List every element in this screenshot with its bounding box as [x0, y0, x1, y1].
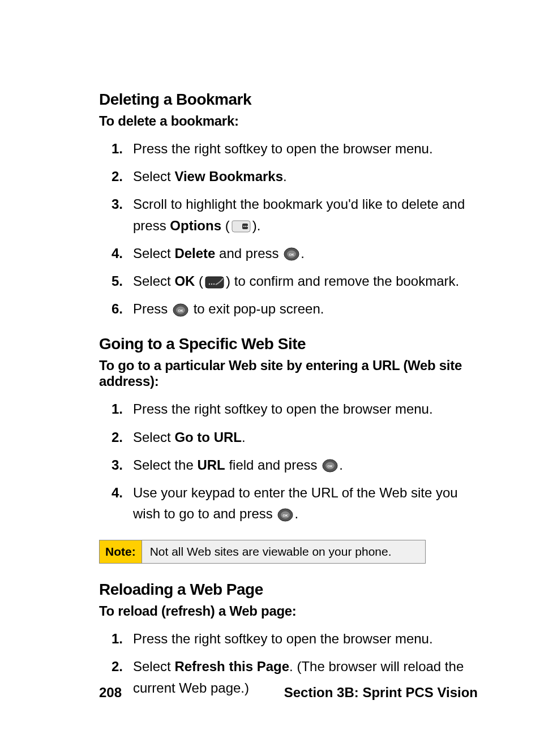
step-text: Select: [133, 246, 174, 261]
step-bold-text: Refresh this Page: [174, 659, 289, 674]
step-number: 4.: [99, 482, 123, 503]
ok-button-icon: [277, 508, 293, 522]
lead-delete-bookmark: To delete a bookmark:: [99, 113, 478, 129]
steps-goto-site: 1.Press the right softkey to open the br…: [99, 398, 478, 524]
step-text: .: [242, 429, 246, 445]
step-number: 1.: [99, 628, 123, 649]
lead-goto-site: To go to a particular Web site by enteri…: [99, 358, 478, 389]
step-text: and press: [215, 246, 282, 261]
step-body: Select View Bookmarks.: [133, 166, 478, 187]
list-item: 1.Press the right softkey to open the br…: [99, 138, 478, 159]
step-number: 3.: [99, 194, 123, 214]
step-bold-text: Delete: [174, 246, 215, 261]
step-body: Press the right softkey to open the brow…: [133, 138, 478, 159]
step-text: (: [221, 218, 230, 233]
note-label: Note:: [100, 540, 142, 563]
step-text: .: [339, 457, 343, 472]
step-text: Select the: [133, 457, 197, 472]
note-box: Note: Not all Web sites are viewable on …: [99, 540, 426, 564]
step-number: 2.: [99, 427, 123, 448]
list-item: 4.Select Delete and press .: [99, 243, 478, 264]
heading-reload: Reloading a Web Page: [99, 581, 478, 599]
step-text: (: [195, 273, 203, 289]
step-number: 1.: [99, 398, 123, 419]
note-text: Not all Web sites are viewable on your p…: [142, 540, 425, 563]
step-text: Select: [133, 273, 174, 289]
page-footer: 208 Section 3B: Sprint PCS Vision: [99, 685, 478, 701]
heading-goto-site: Going to a Specific Web Site: [99, 335, 478, 353]
step-body: Select OK () to confirm and remove the b…: [133, 270, 478, 291]
steps-delete-bookmark: 1.Press the right softkey to open the br…: [99, 138, 478, 319]
right-softkey-icon: [231, 220, 251, 233]
step-body: Scroll to highlight the bookmark you'd l…: [133, 194, 478, 235]
step-bold-text: Go to URL: [174, 429, 242, 445]
left-softkey-icon: [204, 276, 225, 289]
step-text: Select: [133, 429, 174, 445]
step-bold-text: URL: [197, 457, 225, 472]
list-item: 3.Scroll to highlight the bookmark you'd…: [99, 194, 478, 235]
step-body: Select Delete and press .: [133, 243, 478, 264]
step-text: to exit pop-up screen.: [190, 301, 324, 316]
step-body: Press the right softkey to open the brow…: [133, 628, 478, 649]
step-number: 1.: [99, 138, 123, 159]
section-label: Section 3B: Sprint PCS Vision: [284, 685, 478, 701]
step-bold-text: OK: [174, 273, 195, 289]
lead-reload: To reload (refresh) a Web page:: [99, 603, 478, 619]
list-item: 5.Select OK () to confirm and remove the…: [99, 270, 478, 291]
step-text: ) to confirm and remove the bookmark.: [226, 273, 459, 289]
step-text: Press the right softkey to open the brow…: [133, 631, 433, 646]
step-body: Select Go to URL.: [133, 427, 478, 448]
step-text: Select: [133, 169, 174, 184]
step-number: 2.: [99, 166, 123, 187]
step-number: 4.: [99, 243, 123, 264]
step-number: 5.: [99, 270, 123, 291]
ok-button-icon: [173, 303, 188, 317]
step-text: .: [283, 169, 287, 184]
list-item: 4.Use your keypad to enter the URL of th…: [99, 482, 478, 524]
step-body: Use your keypad to enter the URL of the …: [133, 482, 478, 524]
step-number: 3.: [99, 454, 123, 475]
list-item: 1.Press the right softkey to open the br…: [99, 398, 478, 419]
step-body: Select the URL field and press .: [133, 454, 478, 475]
page-content: Deleting a Bookmark To delete a bookmark…: [0, 0, 540, 756]
step-text: Press: [133, 301, 172, 316]
list-item: 2.Select View Bookmarks.: [99, 166, 478, 187]
step-text: Select: [133, 659, 174, 674]
step-text: Press the right softkey to open the brow…: [133, 401, 433, 416]
step-body: Press the right softkey to open the brow…: [133, 398, 478, 419]
step-number: 6.: [99, 298, 123, 319]
step-text: Press the right softkey to open the brow…: [133, 141, 433, 156]
step-text: .: [301, 246, 305, 261]
list-item: 3.Select the URL field and press .: [99, 454, 478, 475]
page-number: 208: [99, 685, 122, 701]
list-item: 2.Select Go to URL.: [99, 427, 478, 448]
step-number: 2.: [99, 656, 123, 677]
step-body: Press to exit pop-up screen.: [133, 298, 478, 319]
step-text: .: [294, 506, 298, 521]
heading-delete-bookmark: Deleting a Bookmark: [99, 91, 478, 109]
step-bold-text: View Bookmarks: [174, 169, 283, 184]
step-text: ).: [252, 218, 261, 233]
list-item: 6.Press to exit pop-up screen.: [99, 298, 478, 319]
list-item: 1.Press the right softkey to open the br…: [99, 628, 478, 649]
step-text: field and press: [225, 457, 321, 472]
step-bold-text: Options: [170, 218, 221, 233]
ok-button-icon: [322, 459, 338, 472]
ok-button-icon: [284, 247, 299, 261]
